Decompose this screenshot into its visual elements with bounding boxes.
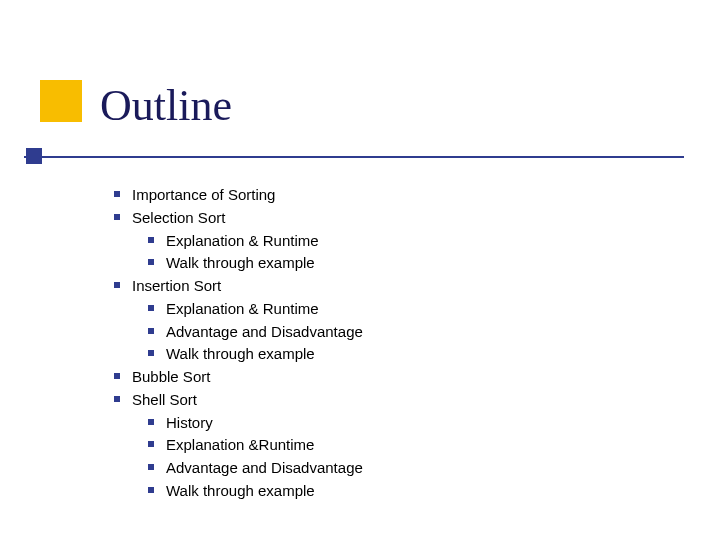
list-item-label: Shell Sort	[132, 391, 197, 408]
list-item: Insertion SortExplanation & RuntimeAdvan…	[110, 275, 363, 365]
list-item-label: Explanation &Runtime	[166, 436, 314, 453]
list-item: Shell SortHistoryExplanation &RuntimeAdv…	[110, 389, 363, 502]
title-underline	[24, 156, 684, 158]
outline-root: Importance of SortingSelection SortExpla…	[110, 184, 363, 502]
list-item: Advantage and Disadvantage	[144, 457, 363, 479]
list-item: Explanation & Runtime	[144, 230, 363, 252]
list-item-label: Advantage and Disadvantage	[166, 459, 363, 476]
accent-block-yellow	[40, 80, 82, 122]
list-item-label: History	[166, 414, 213, 431]
list-item: Walk through example	[144, 480, 363, 502]
list-item-label: Walk through example	[166, 254, 315, 271]
sub-list: Explanation & RuntimeWalk through exampl…	[144, 230, 363, 275]
sub-list: Explanation & RuntimeAdvantage and Disad…	[144, 298, 363, 365]
list-item-label: Advantage and Disadvantage	[166, 323, 363, 340]
list-item: Bubble Sort	[110, 366, 363, 388]
list-item-label: Explanation & Runtime	[166, 300, 319, 317]
list-item: Importance of Sorting	[110, 184, 363, 206]
list-item-label: Walk through example	[166, 482, 315, 499]
list-item: Explanation &Runtime	[144, 434, 363, 456]
list-item-label: Importance of Sorting	[132, 186, 275, 203]
list-item-label: Walk through example	[166, 345, 315, 362]
list-item-label: Explanation & Runtime	[166, 232, 319, 249]
list-item-label: Bubble Sort	[132, 368, 210, 385]
list-item: Walk through example	[144, 343, 363, 365]
list-item: Selection SortExplanation & RuntimeWalk …	[110, 207, 363, 274]
slide-title: Outline	[100, 80, 232, 131]
list-item: Walk through example	[144, 252, 363, 274]
list-item: History	[144, 412, 363, 434]
list-item-label: Selection Sort	[132, 209, 225, 226]
list-item: Advantage and Disadvantage	[144, 321, 363, 343]
list-item: Explanation & Runtime	[144, 298, 363, 320]
sub-list: HistoryExplanation &RuntimeAdvantage and…	[144, 412, 363, 502]
outline-list: Importance of SortingSelection SortExpla…	[110, 184, 363, 503]
list-item-label: Insertion Sort	[132, 277, 221, 294]
